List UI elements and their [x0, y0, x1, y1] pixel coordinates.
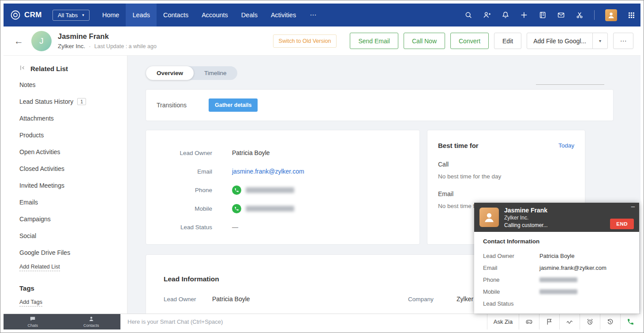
chat-bubble-icon — [30, 316, 36, 323]
sidebar-item-campaigns[interactable]: Campaigns — [19, 211, 123, 227]
tags-section-title: Tags — [19, 284, 123, 292]
smart-chat-input[interactable] — [120, 314, 487, 329]
tab-timeline[interactable]: Timeline — [194, 66, 237, 80]
active-call-popup: Jasmine Frank Zylker Inc. Calling custom… — [474, 203, 639, 314]
sidebar-item-closed-activities[interactable]: Closed Activities — [19, 160, 123, 177]
sidebar-item-social[interactable]: Social — [19, 227, 123, 244]
browser-window: CRM All Tabs ▾ Home Leads Contacts Accou… — [0, 0, 644, 333]
contact-information-title: Contact Information — [483, 238, 639, 245]
sidebar-item-emails[interactable]: Emails — [19, 194, 123, 211]
chevron-down-icon: ▾ — [82, 13, 84, 17]
contacts-tab[interactable]: Contacts — [62, 314, 121, 329]
top-navigation-bar: CRM All Tabs ▾ Home Leads Contacts Accou… — [4, 4, 640, 26]
dot-separator: · — [89, 43, 91, 49]
profile-avatar[interactable] — [605, 9, 617, 21]
lead-quick-details-card: Lead Owner Patricia Boyle Email jasmine.… — [146, 130, 419, 244]
mobile-number-blurred — [246, 206, 294, 212]
record-header: ← J Jasmine Frank Zylker Inc. · Last Upd… — [4, 26, 640, 56]
call-now-button[interactable]: Call Now — [404, 33, 445, 49]
detail-row-email: Email jasmine.frank@zylker.com — [146, 162, 419, 181]
game-controller-icon[interactable] — [519, 314, 539, 329]
lead-info-lead-owner: Lead Owner Patricia Boyle — [164, 295, 408, 303]
end-call-button[interactable]: END — [610, 219, 634, 229]
popup-mobile-blurred — [539, 289, 577, 294]
related-list-sidebar: Related List Notes Lead Status History 1… — [4, 56, 127, 314]
email-link[interactable]: jasmine.frank@zylker.com — [232, 168, 304, 175]
contact-person-icon — [88, 316, 94, 323]
flag-icon[interactable] — [539, 314, 559, 329]
phone-call-icon[interactable] — [232, 185, 241, 195]
zia-icon[interactable] — [559, 314, 580, 329]
sidebar-item-attachments[interactable]: Attachments — [19, 110, 123, 127]
calendar-icon[interactable] — [539, 11, 547, 19]
sidebar-item-invited-meetings[interactable]: Invited Meetings — [19, 177, 123, 194]
switch-to-old-version-button[interactable]: Switch to Old Version — [273, 34, 337, 48]
sidebar-item-products[interactable]: Products — [19, 127, 123, 144]
popup-row-mobile: Mobile — [483, 286, 639, 298]
zoho-crm-logo[interactable]: CRM — [10, 9, 42, 21]
mail-icon[interactable] — [557, 11, 565, 19]
chats-tab[interactable]: Chats — [4, 314, 62, 329]
gather-details-button[interactable]: Gather details — [209, 98, 258, 112]
mobile-call-icon[interactable] — [232, 204, 241, 213]
sidebar-item-google-drive-files[interactable]: Google Drive Files — [19, 244, 123, 261]
lead-avatar[interactable]: J — [31, 31, 52, 51]
nav-item-leads[interactable]: Leads — [126, 4, 157, 26]
bottom-toolbar: Chats Contacts Ask Zia — [4, 314, 640, 329]
all-tabs-dropdown[interactable]: All Tabs ▾ — [52, 10, 90, 21]
detail-row-mobile: Mobile — [146, 199, 419, 218]
detail-row-lead-owner: Lead Owner Patricia Boyle — [146, 144, 419, 162]
add-related-list-link[interactable]: Add Related List — [19, 264, 60, 271]
sidebar-item-lead-status-history[interactable]: Lead Status History 1 — [19, 93, 123, 110]
convert-button[interactable]: Convert — [450, 33, 489, 49]
call-contact-company: Zylker Inc. — [504, 215, 548, 221]
ask-zia-button[interactable]: Ask Zia — [487, 314, 519, 329]
detail-row-phone: Phone — [146, 181, 419, 199]
best-time-call-label: Call — [438, 161, 574, 168]
crm-logo-icon — [10, 9, 21, 21]
header-more-actions-button[interactable]: ⋯ — [613, 33, 633, 49]
notifications-bell-icon[interactable] — [502, 11, 509, 19]
nav-item-accounts[interactable]: Accounts — [195, 4, 235, 26]
call-popup-header: Jasmine Frank Zylker Inc. Calling custom… — [474, 203, 639, 232]
setup-tools-icon[interactable] — [576, 11, 584, 19]
nav-item-contacts[interactable]: Contacts — [157, 4, 195, 26]
history-icon[interactable] — [600, 314, 620, 329]
count-badge: 1 — [77, 98, 86, 105]
edit-button[interactable]: Edit — [494, 33, 521, 49]
add-file-chevron-down-icon[interactable]: ▾ — [592, 33, 607, 49]
best-time-call-text: No best time for the day — [438, 173, 574, 180]
add-file-to-google-button[interactable]: Add File to Googl... — [527, 33, 592, 49]
tab-overview[interactable]: Overview — [146, 66, 194, 80]
chat-dock: Chats Contacts — [4, 314, 120, 329]
collapse-sidebar-icon[interactable] — [19, 64, 26, 73]
invite-users-icon[interactable] — [483, 11, 491, 19]
phone-number-blurred — [246, 187, 294, 193]
quick-create-plus-icon[interactable] — [520, 11, 528, 19]
call-status-text: Calling customer... — [504, 222, 548, 228]
popup-row-lead-owner: Lead Owner Patricia Boyle — [483, 250, 639, 262]
back-button[interactable]: ← — [12, 36, 25, 46]
all-tabs-label: All Tabs — [58, 12, 78, 19]
phone-icon[interactable] — [620, 314, 640, 329]
nav-item-home[interactable]: Home — [96, 4, 126, 26]
add-tags-link[interactable]: Add Tags — [19, 299, 42, 307]
nav-more-button[interactable]: ⋯ — [303, 4, 323, 26]
lead-identity: Jasmine Frank Zylker Inc. · Last Update … — [58, 32, 157, 49]
search-icon[interactable] — [464, 11, 472, 19]
lead-company: Zylker Inc. — [58, 43, 85, 49]
send-email-button[interactable]: Send Email — [350, 33, 398, 49]
call-popup-body: Contact Information Lead Owner Patricia … — [474, 232, 639, 310]
sidebar-item-open-activities[interactable]: Open Activities — [19, 144, 123, 160]
minimize-popup-icon[interactable]: – — [631, 203, 635, 210]
nav-item-activities[interactable]: Activities — [264, 4, 303, 26]
lead-status-value: — — [232, 223, 238, 231]
apps-grid-icon[interactable] — [628, 11, 635, 19]
alarm-clock-icon[interactable] — [580, 314, 600, 329]
lead-owner-value: Patricia Boyle — [232, 149, 270, 156]
nav-item-deals[interactable]: Deals — [235, 4, 264, 26]
call-contact-name: Jasmine Frank — [504, 207, 548, 214]
today-link[interactable]: Today — [558, 142, 574, 149]
sidebar-item-notes[interactable]: Notes — [19, 76, 123, 93]
partially-visible-field-divider — [536, 84, 604, 85]
